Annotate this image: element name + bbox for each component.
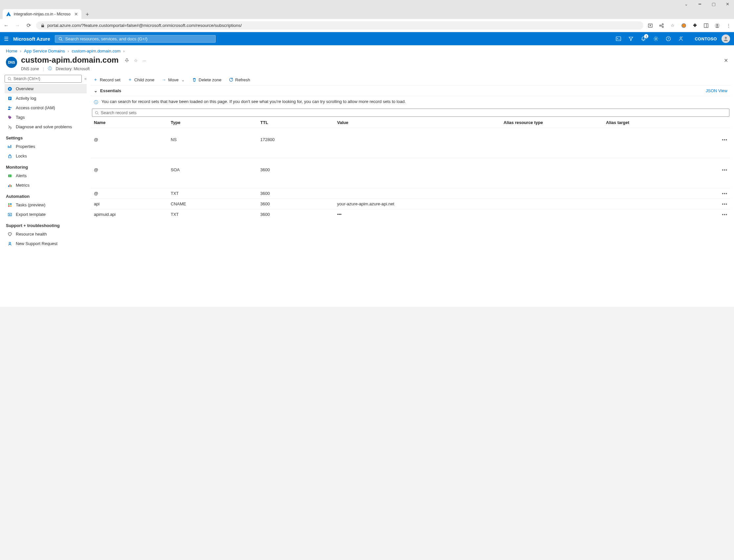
svg-rect-29 [8, 185, 9, 187]
col-alias-target[interactable]: Alias target [603, 117, 705, 128]
breadcrumb-home[interactable]: Home [6, 49, 17, 53]
sidebar-item-tasks[interactable]: Tasks (preview) [5, 200, 87, 210]
refresh-button[interactable]: Refresh [229, 77, 250, 83]
record-search[interactable]: Search record sets [92, 109, 729, 117]
row-menu-button[interactable]: ••• [705, 158, 731, 188]
collapse-sidebar-icon[interactable]: « [84, 76, 87, 81]
breadcrumb-level1[interactable]: App Service Domains [24, 49, 65, 53]
minimize-icon[interactable]: ━ [696, 2, 704, 7]
notification-badge: 1 [644, 34, 648, 38]
svg-line-5 [61, 39, 62, 40]
sidebar-item-metrics[interactable]: Metrics [5, 180, 87, 190]
notifications-icon[interactable]: 1 [641, 36, 646, 41]
row-menu-button[interactable]: ••• [705, 209, 731, 220]
filter-icon[interactable] [628, 36, 634, 41]
sidepanel-icon[interactable] [703, 23, 709, 28]
back-button[interactable]: ← [3, 23, 10, 29]
browser-menu-icon[interactable]: ⋮ [725, 23, 731, 28]
share-icon[interactable] [659, 23, 664, 28]
cell-type: TXT [167, 188, 257, 199]
close-tab-icon[interactable]: ✕ [74, 11, 78, 17]
row-menu-button[interactable]: ••• [705, 128, 731, 158]
col-name[interactable]: Name [91, 117, 167, 128]
reload-button[interactable]: ⟳ [25, 22, 32, 29]
sidebar-item-tags[interactable]: Tags [5, 113, 87, 122]
lock-icon [41, 24, 45, 28]
delete-zone-button[interactable]: Delete zone [192, 77, 221, 83]
close-window-icon[interactable]: ✕ [724, 2, 731, 7]
sidebar-item-export[interactable]: Export template [5, 210, 87, 219]
cell-alias-target [603, 188, 705, 199]
global-search[interactable] [55, 35, 216, 43]
sidebar-search[interactable]: Search (Ctrl+/) [5, 75, 82, 83]
table-row[interactable]: @SOA3600••• [91, 158, 731, 188]
tasks-icon [7, 203, 12, 207]
sidebar-item-new-support[interactable]: New Support Request [5, 239, 87, 248]
info-icon: ⓘ [48, 66, 52, 72]
add-child-zone-button[interactable]: ＋Child zone [128, 77, 154, 83]
col-type[interactable]: Type [167, 117, 257, 128]
feedback-icon[interactable] [678, 36, 683, 41]
resource-health-icon [7, 232, 12, 237]
install-app-icon[interactable] [647, 23, 653, 28]
maximize-icon[interactable]: ▢ [710, 2, 718, 7]
close-blade-button[interactable]: ✕ [724, 57, 728, 64]
svg-point-38 [95, 111, 98, 114]
sidebar-item-alerts[interactable]: !Alerts [5, 171, 87, 180]
address-bar[interactable]: portal.azure.com/?feature.customportal=f… [36, 21, 643, 30]
json-view-link[interactable]: JSON View [706, 88, 727, 93]
alerts-icon: ! [7, 174, 12, 178]
tenant-label[interactable]: CONTOSO [695, 36, 717, 41]
col-ttl[interactable]: TTL [257, 117, 334, 128]
move-button[interactable]: →Move⌄ [161, 77, 185, 83]
forward-button[interactable]: → [14, 23, 21, 29]
arrow-right-icon: → [161, 77, 166, 82]
profile-icon[interactable] [714, 22, 720, 29]
pin-icon[interactable] [124, 58, 129, 63]
global-search-input[interactable] [65, 36, 212, 41]
table-row[interactable]: @NS172800••• [91, 128, 731, 158]
table-row[interactable]: @TXT3600••• [91, 188, 731, 199]
sidebar-item-iam[interactable]: Access control (IAM) [5, 103, 87, 113]
sidebar-item-properties[interactable]: Properties [5, 142, 87, 151]
row-menu-button[interactable]: ••• [705, 188, 731, 199]
col-value[interactable]: Value [334, 117, 500, 128]
settings-icon[interactable] [653, 36, 659, 41]
cell-alias-type [500, 199, 603, 209]
bookmark-icon[interactable]: ☆ [670, 23, 676, 28]
new-tab-button[interactable]: + [83, 10, 92, 19]
sidebar-item-activity-log[interactable]: Activity log [5, 93, 87, 103]
add-record-set-button[interactable]: ＋Record set [93, 77, 120, 83]
table-row[interactable]: apimuid.apiTXT3600•••••• [91, 209, 731, 220]
cell-type: NS [167, 128, 257, 158]
sidebar-item-diagnose[interactable]: Diagnose and solve problems [5, 122, 87, 132]
extensions-icon[interactable] [692, 23, 698, 28]
chevron-right-icon: › [123, 49, 124, 53]
favorite-icon[interactable]: ☆ [134, 58, 138, 63]
cell-value [334, 188, 500, 199]
breadcrumb-level2[interactable]: custom-apim.domain.com [72, 49, 120, 53]
plus-icon: ＋ [128, 77, 132, 83]
azure-brand: Microsoft Azure [13, 36, 50, 42]
properties-icon [7, 144, 12, 149]
browser-tab[interactable]: integration-ninjas.co.in - Microso ✕ [3, 9, 81, 19]
svg-point-4 [59, 37, 61, 40]
export-template-icon [7, 212, 12, 217]
essentials-toggle[interactable]: ⌄ Essentials [94, 88, 121, 93]
cloud-shell-icon[interactable] [616, 36, 621, 41]
sidebar-item-overview[interactable]: Overview [5, 84, 87, 93]
sidebar-item-resource-health[interactable]: Resource health [5, 229, 87, 239]
svg-line-13 [10, 79, 11, 80]
table-row[interactable]: apiCNAME3600your-azure-apim.azure-api.ne… [91, 199, 731, 209]
diagnose-icon [7, 125, 12, 129]
portal-menu-button[interactable]: ☰ [4, 36, 9, 42]
row-menu-button[interactable]: ••• [705, 199, 731, 209]
col-alias-type[interactable]: Alias resource type [500, 117, 603, 128]
help-icon[interactable]: ? [666, 36, 671, 41]
account-avatar[interactable] [722, 34, 730, 43]
sidebar-item-locks[interactable]: Locks [5, 151, 87, 161]
more-icon[interactable]: ··· [142, 58, 146, 63]
chevron-down-icon[interactable]: ⌄ [682, 2, 690, 7]
cell-value [334, 128, 500, 158]
resource-type: DNS zone [21, 67, 39, 71]
